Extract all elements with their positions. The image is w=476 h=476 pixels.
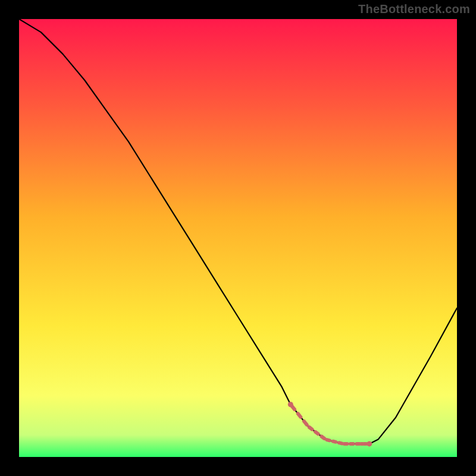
chart-container: TheBottleneck.com <box>0 0 476 476</box>
watermark-text: TheBottleneck.com <box>358 2 470 16</box>
optimal-marker-dash <box>327 440 330 440</box>
plot-area <box>19 19 457 457</box>
optimal-marker-dash <box>298 414 301 417</box>
gradient-background <box>19 19 457 457</box>
chart-svg <box>19 19 457 457</box>
optimal-marker-dash <box>333 441 336 442</box>
optimal-marker-dash <box>339 443 342 443</box>
optimal-marker-dash <box>321 437 324 439</box>
optimal-marker-dash <box>304 421 307 425</box>
optimal-marker-dash <box>309 427 312 430</box>
optimal-marker-dash <box>315 432 318 434</box>
optimal-marker-endpoint <box>367 441 372 446</box>
optimal-marker-endpoint <box>288 402 293 407</box>
